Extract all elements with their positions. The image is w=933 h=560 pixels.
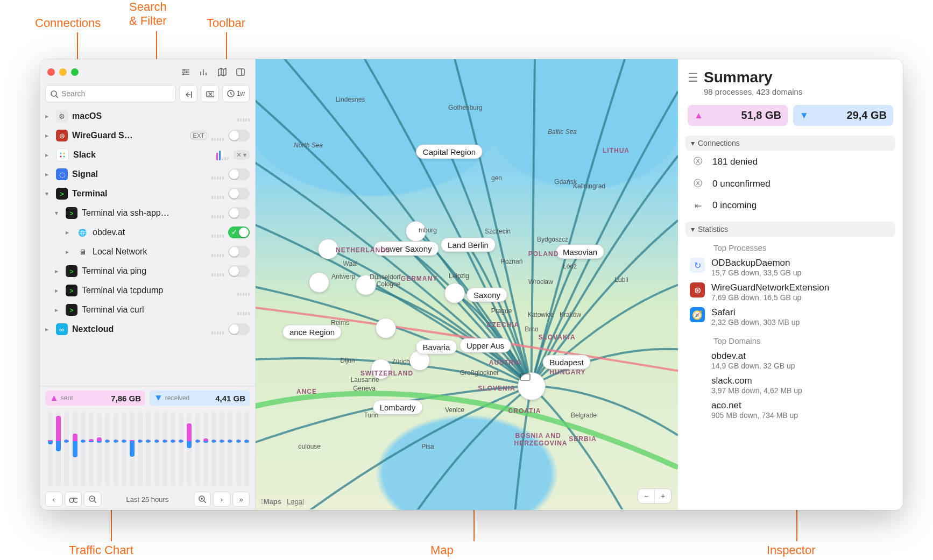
map-pin[interactable] (444, 283, 465, 303)
disclosure-chevron[interactable]: ▸ (45, 171, 52, 178)
traffic-sent-chip[interactable]: ▲sent 7,86 GB (45, 391, 145, 406)
map-zoom-in-button[interactable]: + (654, 489, 671, 503)
map-region-label[interactable]: Capital Region (416, 145, 483, 159)
denied-filter-button[interactable] (201, 85, 219, 102)
window-close-button[interactable] (47, 68, 55, 76)
inspector-toggle-button[interactable] (234, 65, 248, 79)
map-legal-link[interactable]: Legal (287, 498, 304, 506)
search-input[interactable]: Search (45, 85, 176, 102)
process-name: ODBackupDaemon (711, 258, 801, 268)
map-region-label[interactable]: Masovian (556, 245, 604, 259)
connection-row[interactable]: ▸ 🖥 Local Network✓ (40, 242, 255, 261)
map-pin[interactable] (309, 272, 329, 293)
top-process-item[interactable]: ↻ ODBackupDaemon 15,7 GB down, 33,5 GB u… (690, 258, 891, 277)
connection-row[interactable]: ▸ > Terminal via ping✓ (40, 261, 255, 281)
allow-switch[interactable]: ✓ (228, 168, 250, 180)
map-region-label[interactable]: Upper Aus (460, 338, 511, 353)
connection-row[interactable]: ▸ 🌐 obdev.at✓ (40, 223, 255, 242)
time-filter-button[interactable]: 1w (222, 85, 250, 102)
connection-row[interactable]: ▸ ◌ Signal✓ (40, 165, 255, 184)
allow-switch[interactable]: ✓ (228, 246, 250, 258)
allow-switch[interactable]: ✓ (228, 265, 250, 277)
map-region-label[interactable]: Land Berlin (441, 238, 496, 252)
top-process-item[interactable]: ⊛ WireGuardNetworkExtension 7,69 GB down… (690, 282, 891, 302)
connection-row[interactable]: ▾ > Terminal✓ (40, 184, 255, 203)
filter-settings-button[interactable] (179, 65, 193, 79)
stat-unconfirmed: ⓧ 0 unconfirmed (678, 173, 903, 195)
disclosure-chevron[interactable]: ▸ (55, 306, 61, 314)
allow-switch[interactable]: ✓ (228, 188, 250, 200)
map-city-label: Antwerp (331, 273, 355, 280)
arrow-down-icon: ▼ (154, 393, 163, 403)
top-process-item[interactable]: 🧭 Safari 2,32 GB down, 303 MB up (690, 307, 891, 327)
map-city-label: Cologne (377, 280, 401, 288)
map-view[interactable]: Maps Legal − + Capital RegionLower Saxo… (256, 59, 678, 510)
domain-name: obdev.at (711, 351, 795, 361)
connection-row[interactable]: ▸ > Terminal via curl (40, 300, 255, 320)
chart-zoom-out-button[interactable] (84, 492, 101, 507)
disclosure-chevron[interactable]: ▸ (45, 132, 52, 139)
map-icon (217, 67, 228, 77)
disclosure-chevron[interactable]: ▸ (45, 151, 52, 159)
disclosure-chevron[interactable]: ▸ (66, 229, 72, 236)
chart-binoculars-button[interactable] (65, 492, 82, 507)
traffic-received-chip[interactable]: ▼received 4,41 GB (150, 391, 250, 406)
window-zoom-button[interactable] (71, 68, 79, 76)
map-region-label[interactable]: ance Region (282, 325, 342, 339)
svg-rect-8 (520, 374, 530, 380)
process-stats: 15,7 GB down, 33,5 GB up (711, 268, 801, 277)
disclosure-chevron[interactable]: ▸ (66, 248, 72, 256)
map-toggle-button[interactable] (215, 65, 229, 79)
section-connections[interactable]: ▾ Connections (685, 136, 895, 151)
connection-row[interactable]: ▸ Slack✕ ▾ (40, 145, 255, 165)
disclosure-chevron[interactable]: ▸ (45, 112, 52, 120)
map-city-label: Reims (331, 319, 349, 327)
connections-list[interactable]: ▸ ⚙ macOS▸ ⊛ WireGuard S…EXT✓▸ Slack✕ ▾▸… (40, 107, 255, 386)
traffic-chart[interactable] (45, 409, 250, 490)
top-domain-item[interactable]: aco.net 905 MB down, 734 MB up (690, 400, 891, 420)
allow-switch[interactable]: ✓ (228, 226, 250, 238)
disclosure-chevron[interactable]: ▾ (45, 190, 52, 197)
map-city-label: oulouse (298, 443, 321, 450)
denied-icon (206, 89, 214, 98)
top-domain-item[interactable]: slack.com 3,97 MB down, 4,62 MB up (690, 375, 891, 395)
disclosure-chevron[interactable]: ▾ (55, 209, 61, 217)
connection-row[interactable]: ▾ > Terminal via ssh-app…✓ (40, 203, 255, 223)
chart-last-button[interactable]: » (232, 492, 250, 507)
sidebar: Search 1w ▸ ⚙ macOS▸ ⊛ WireGuard S…EXT✓▸… (40, 59, 256, 510)
chart-zoom-in-button[interactable] (194, 492, 211, 507)
section-statistics[interactable]: ▾ Statistics (685, 222, 895, 237)
allow-switch[interactable]: ✓ (228, 323, 250, 335)
monitor-button[interactable] (197, 65, 211, 79)
chart-prev-button[interactable]: ‹ (45, 492, 62, 507)
disclosure-chevron[interactable]: ▸ (45, 325, 52, 333)
total-upload-chip[interactable]: ▲ 51,8 GB (688, 105, 788, 126)
connection-row[interactable]: ▸ > Terminal via tcpdump (40, 281, 255, 300)
disclosure-chevron[interactable]: ▸ (55, 267, 61, 275)
map-region-label[interactable]: Saxony (466, 288, 507, 302)
map-country-label: ANCE (296, 388, 317, 395)
window-minimize-button[interactable] (59, 68, 67, 76)
map-region-label[interactable]: Lombardy (373, 400, 423, 415)
map-origin-pin[interactable] (518, 372, 546, 400)
incoming-filter-button[interactable] (179, 85, 197, 102)
chart-next-button[interactable]: › (213, 492, 230, 507)
app-icon: ∞ (56, 323, 68, 335)
connection-row[interactable]: ▸ ∞ Nextcloud✓ (40, 320, 255, 339)
connection-name: Terminal (72, 189, 207, 199)
map-region-label[interactable]: Bavaria (416, 340, 457, 355)
search-placeholder: Search (61, 89, 85, 98)
connection-name: Local Network (93, 247, 207, 257)
allow-switch[interactable]: ✓ (228, 207, 250, 219)
map-pin[interactable] (376, 318, 396, 338)
disclosure-chevron[interactable]: ▸ (55, 287, 61, 294)
deny-chip[interactable]: ✕ ▾ (233, 150, 250, 160)
total-download-chip[interactable]: ▼ 29,4 GB (793, 105, 893, 126)
map-country-label: POLAND (528, 250, 559, 258)
map-zoom-out-button[interactable]: − (638, 489, 654, 503)
map-region-label[interactable]: Budapest (542, 355, 590, 370)
connection-row[interactable]: ▸ ⊛ WireGuard S…EXT✓ (40, 126, 255, 145)
connection-row[interactable]: ▸ ⚙ macOS (40, 107, 255, 126)
allow-switch[interactable]: ✓ (228, 130, 250, 141)
top-domain-item[interactable]: obdev.at 14,9 GB down, 32 GB up (690, 351, 891, 370)
